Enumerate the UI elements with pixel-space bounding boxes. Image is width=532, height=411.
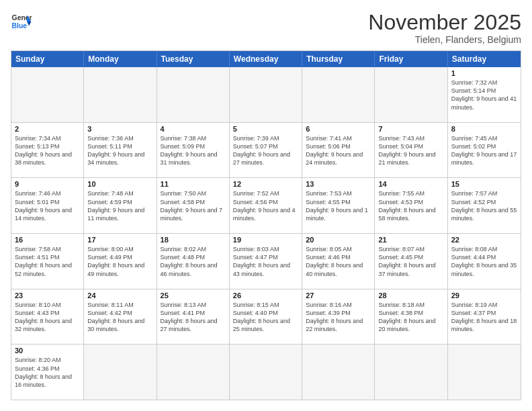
cal-cell-1-4: 6Sunrise: 7:41 AM Sunset: 5:06 PM Daylig…	[302, 123, 375, 178]
day-info: Sunrise: 7:39 AM Sunset: 5:07 PM Dayligh…	[233, 134, 298, 167]
cal-cell-4-2: 25Sunrise: 8:13 AM Sunset: 4:41 PM Dayli…	[157, 289, 230, 345]
day-info: Sunrise: 8:03 AM Sunset: 4:47 PM Dayligh…	[233, 245, 298, 278]
day-number: 17	[87, 236, 152, 244]
cal-cell-0-5	[375, 67, 447, 122]
cal-cell-3-0: 16Sunrise: 7:58 AM Sunset: 4:51 PM Dayli…	[11, 234, 84, 289]
day-number: 15	[451, 180, 517, 188]
cal-cell-4-5: 28Sunrise: 8:18 AM Sunset: 4:38 PM Dayli…	[375, 289, 447, 345]
title-block: November 2025 Tielen, Flanders, Belgium	[368, 11, 521, 45]
cal-cell-5-6	[448, 345, 521, 400]
day-number: 24	[87, 291, 152, 300]
day-info: Sunrise: 8:05 AM Sunset: 4:46 PM Dayligh…	[306, 245, 371, 278]
day-number: 26	[233, 291, 298, 300]
day-info: Sunrise: 7:36 AM Sunset: 5:11 PM Dayligh…	[87, 134, 152, 167]
cal-cell-4-6: 29Sunrise: 8:19 AM Sunset: 4:37 PM Dayli…	[448, 289, 521, 345]
calendar-header: Sunday Monday Tuesday Wednesday Thursday…	[11, 51, 521, 67]
cal-row-4: 23Sunrise: 8:10 AM Sunset: 4:43 PM Dayli…	[11, 289, 521, 345]
day-number: 23	[15, 291, 80, 300]
day-number: 11	[161, 180, 226, 188]
day-number: 1	[451, 69, 517, 77]
cal-cell-0-0	[11, 67, 84, 122]
cal-cell-1-3: 5Sunrise: 7:39 AM Sunset: 5:07 PM Daylig…	[230, 123, 302, 178]
cal-cell-0-4	[302, 67, 375, 122]
svg-marker-3	[27, 21, 31, 26]
cal-cell-1-6: 8Sunrise: 7:45 AM Sunset: 5:02 PM Daylig…	[448, 123, 521, 178]
day-number: 22	[451, 236, 517, 244]
cal-cell-5-5	[375, 345, 447, 400]
day-info: Sunrise: 7:45 AM Sunset: 5:02 PM Dayligh…	[451, 134, 517, 167]
logo: General Blue	[11, 11, 32, 32]
cal-cell-1-1: 3Sunrise: 7:36 AM Sunset: 5:11 PM Daylig…	[84, 123, 157, 178]
day-number: 28	[378, 291, 443, 300]
cal-cell-4-4: 27Sunrise: 8:16 AM Sunset: 4:39 PM Dayli…	[302, 289, 375, 345]
header-monday: Monday	[84, 51, 157, 67]
header-friday: Friday	[375, 51, 447, 67]
day-info: Sunrise: 8:07 AM Sunset: 4:45 PM Dayligh…	[378, 245, 443, 278]
day-number: 18	[161, 236, 226, 244]
day-info: Sunrise: 7:50 AM Sunset: 4:58 PM Dayligh…	[161, 189, 226, 222]
cal-cell-0-6: 1Sunrise: 7:32 AM Sunset: 5:14 PM Daylig…	[448, 67, 521, 122]
day-number: 3	[87, 125, 152, 133]
day-number: 20	[306, 236, 371, 244]
day-info: Sunrise: 7:58 AM Sunset: 4:51 PM Dayligh…	[15, 245, 80, 278]
cal-cell-2-1: 10Sunrise: 7:48 AM Sunset: 4:59 PM Dayli…	[84, 178, 157, 233]
cal-row-5: 30Sunrise: 8:20 AM Sunset: 4:36 PM Dayli…	[11, 345, 521, 400]
cal-cell-4-0: 23Sunrise: 8:10 AM Sunset: 4:43 PM Dayli…	[11, 289, 84, 345]
cal-row-3: 16Sunrise: 7:58 AM Sunset: 4:51 PM Dayli…	[11, 234, 521, 289]
cal-cell-3-5: 21Sunrise: 8:07 AM Sunset: 4:45 PM Dayli…	[375, 234, 447, 289]
cal-cell-1-5: 7Sunrise: 7:43 AM Sunset: 5:04 PM Daylig…	[375, 123, 447, 178]
cal-cell-5-4	[302, 345, 375, 400]
day-number: 12	[233, 180, 298, 188]
day-info: Sunrise: 7:41 AM Sunset: 5:06 PM Dayligh…	[306, 134, 371, 167]
day-number: 8	[451, 125, 517, 133]
cal-cell-3-2: 18Sunrise: 8:02 AM Sunset: 4:48 PM Dayli…	[157, 234, 230, 289]
day-number: 16	[15, 236, 80, 244]
day-number: 21	[378, 236, 443, 244]
cal-cell-3-6: 22Sunrise: 8:08 AM Sunset: 4:44 PM Dayli…	[448, 234, 521, 289]
day-number: 29	[451, 291, 517, 300]
header-tuesday: Tuesday	[157, 51, 230, 67]
day-info: Sunrise: 8:20 AM Sunset: 4:36 PM Dayligh…	[15, 356, 80, 389]
cal-row-1: 2Sunrise: 7:34 AM Sunset: 5:13 PM Daylig…	[11, 123, 521, 179]
day-number: 14	[378, 180, 443, 188]
day-number: 2	[15, 125, 80, 133]
day-info: Sunrise: 7:55 AM Sunset: 4:53 PM Dayligh…	[378, 189, 443, 222]
day-info: Sunrise: 7:52 AM Sunset: 4:56 PM Dayligh…	[233, 189, 298, 222]
day-info: Sunrise: 8:19 AM Sunset: 4:37 PM Dayligh…	[451, 301, 517, 334]
day-info: Sunrise: 7:34 AM Sunset: 5:13 PM Dayligh…	[15, 134, 80, 167]
day-number: 10	[87, 180, 152, 188]
day-number: 6	[306, 125, 371, 133]
cal-cell-3-1: 17Sunrise: 8:00 AM Sunset: 4:49 PM Dayli…	[84, 234, 157, 289]
day-info: Sunrise: 8:15 AM Sunset: 4:40 PM Dayligh…	[233, 301, 298, 334]
header-sunday: Sunday	[11, 51, 84, 67]
day-number: 19	[233, 236, 298, 244]
cal-cell-3-4: 20Sunrise: 8:05 AM Sunset: 4:46 PM Dayli…	[302, 234, 375, 289]
day-info: Sunrise: 8:18 AM Sunset: 4:38 PM Dayligh…	[378, 301, 443, 334]
logo-icon: General Blue	[11, 11, 32, 32]
cal-cell-2-2: 11Sunrise: 7:50 AM Sunset: 4:58 PM Dayli…	[157, 178, 230, 233]
cal-cell-0-2	[157, 67, 230, 122]
day-info: Sunrise: 8:08 AM Sunset: 4:44 PM Dayligh…	[451, 245, 517, 278]
day-info: Sunrise: 7:48 AM Sunset: 4:59 PM Dayligh…	[87, 189, 152, 222]
cal-cell-5-0: 30Sunrise: 8:20 AM Sunset: 4:36 PM Dayli…	[11, 345, 84, 400]
day-info: Sunrise: 8:00 AM Sunset: 4:49 PM Dayligh…	[87, 245, 152, 278]
day-info: Sunrise: 7:46 AM Sunset: 5:01 PM Dayligh…	[15, 189, 80, 222]
header: General Blue November 2025 Tielen, Fland…	[11, 11, 521, 45]
cal-cell-4-3: 26Sunrise: 8:15 AM Sunset: 4:40 PM Dayli…	[230, 289, 302, 345]
day-number: 13	[306, 180, 371, 188]
day-info: Sunrise: 8:13 AM Sunset: 4:41 PM Dayligh…	[161, 301, 226, 334]
cal-cell-3-3: 19Sunrise: 8:03 AM Sunset: 4:47 PM Dayli…	[230, 234, 302, 289]
calendar-body: 1Sunrise: 7:32 AM Sunset: 5:14 PM Daylig…	[11, 67, 521, 400]
cal-cell-5-1	[84, 345, 157, 400]
day-info: Sunrise: 7:57 AM Sunset: 4:52 PM Dayligh…	[451, 189, 517, 222]
day-number: 5	[233, 125, 298, 133]
page: General Blue November 2025 Tielen, Fland…	[0, 0, 532, 411]
cal-cell-2-5: 14Sunrise: 7:55 AM Sunset: 4:53 PM Dayli…	[375, 178, 447, 233]
day-number: 25	[161, 291, 226, 300]
cal-cell-4-1: 24Sunrise: 8:11 AM Sunset: 4:42 PM Dayli…	[84, 289, 157, 345]
day-number: 7	[378, 125, 443, 133]
page-title: November 2025	[368, 11, 521, 34]
day-number: 30	[15, 347, 80, 355]
header-wednesday: Wednesday	[230, 51, 302, 67]
day-number: 27	[306, 291, 371, 300]
